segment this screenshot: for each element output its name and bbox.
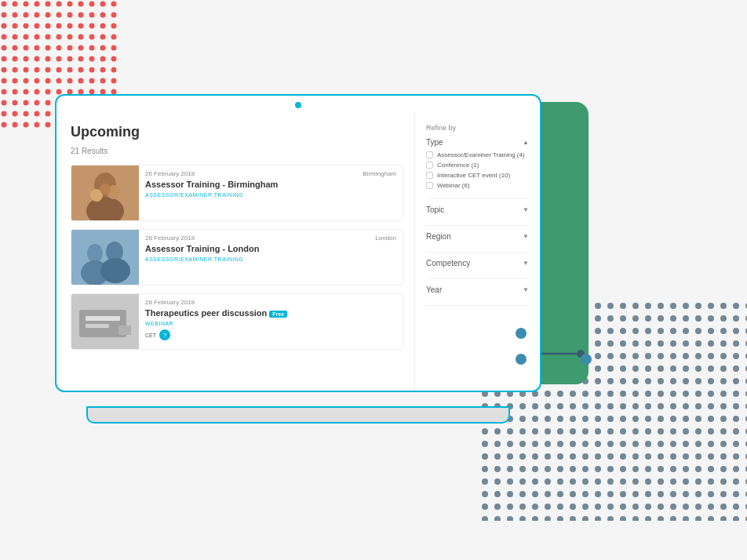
event-category-3: WEBINAR: [145, 321, 396, 326]
event-card-3[interactable]: 28 February 2018 Therapeutics peer discu…: [71, 293, 403, 350]
filter-type-label: Type: [426, 138, 443, 147]
checkbox-assessor[interactable]: [426, 151, 433, 158]
filter-region-label: Region: [426, 232, 451, 241]
filter-topic-section: Topic ▼: [426, 205, 529, 226]
event-badges-3: CET ?: [145, 329, 396, 340]
upcoming-title: Upcoming: [71, 124, 403, 140]
connector-dot-1: [516, 328, 527, 339]
refine-title: Refine by: [426, 124, 529, 132]
chevron-up-icon: ▲: [523, 139, 529, 146]
free-badge: Free: [269, 311, 287, 318]
filter-option-conference[interactable]: Conference (1): [426, 162, 529, 169]
filter-type-header[interactable]: Type ▲: [426, 138, 529, 147]
event-details-3: 28 February 2018 Therapeutics peer discu…: [139, 294, 403, 349]
filter-year-section: Year ▼: [426, 285, 529, 306]
event-title-3: Therapeutics peer discussion Free: [145, 308, 396, 318]
event-category-1: ASSESSOR/EXAMINER TRAINING: [145, 192, 396, 198]
connector-dot-2: [516, 354, 527, 365]
laptop-device: Upcoming 21 Results: [55, 94, 588, 424]
event-location-1: Birmingham: [363, 170, 396, 177]
event-image-2: [71, 230, 139, 285]
results-count: 21 Results: [71, 147, 403, 155]
option-label-cet: Interactive CET event (10): [437, 172, 510, 179]
connector-dot-3: [581, 354, 592, 365]
event-date-2: 28 February 2018: [145, 235, 195, 242]
checkbox-conference[interactable]: [426, 162, 433, 169]
svg-rect-20: [86, 316, 120, 321]
filter-option-cet[interactable]: Interactive CET event (10): [426, 172, 529, 179]
filter-option-webinar[interactable]: Webinar (6): [426, 182, 529, 189]
event-details-1: 26 February 2018 Birmingham Assessor Tra…: [139, 165, 403, 220]
option-label-conference: Conference (1): [437, 162, 479, 169]
event-image-1: [71, 165, 139, 220]
filter-option-assessor[interactable]: Assessor/Examiner Training (4): [426, 151, 529, 158]
filter-competency-header[interactable]: Competency ▼: [426, 259, 529, 267]
svg-point-14: [87, 244, 103, 263]
events-panel: Upcoming 21 Results: [56, 111, 414, 391]
event-details-2: 28 February 2018 London Assessor Trainin…: [139, 230, 403, 285]
filter-year-header[interactable]: Year ▼: [426, 285, 529, 294]
cet-count: ?: [159, 329, 170, 340]
event-image-3: [71, 294, 139, 349]
filter-type-section: Type ▲ Assessor/Examiner Training (4) Co…: [426, 138, 529, 199]
cet-label: CET: [145, 333, 156, 338]
event-card-1[interactable]: 26 February 2018 Birmingham Assessor Tra…: [71, 165, 403, 221]
chevron-down-icon-region: ▼: [523, 233, 529, 240]
event-location-2: London: [375, 235, 396, 242]
screen-content: Upcoming 21 Results: [56, 96, 540, 391]
filter-competency-label: Competency: [426, 259, 470, 267]
filter-region-section: Region ▼: [426, 232, 529, 253]
laptop-base: [86, 406, 510, 424]
filter-topic-header[interactable]: Topic ▼: [426, 205, 529, 214]
chevron-down-icon-competency: ▼: [523, 260, 529, 267]
svg-rect-22: [118, 325, 131, 335]
event-date-1: 26 February 2018: [145, 170, 195, 177]
filter-region-header[interactable]: Region ▼: [426, 232, 529, 241]
event-date-3: 28 February 2018: [145, 299, 195, 306]
svg-rect-21: [86, 324, 109, 328]
camera-dot: [295, 102, 301, 108]
chevron-down-icon-year: ▼: [523, 286, 529, 293]
filter-topic-label: Topic: [426, 205, 444, 214]
option-label-webinar: Webinar (6): [437, 182, 470, 189]
event-category-2: ASSESSOR/EXAMINER TRAINING: [145, 256, 396, 262]
option-label-assessor: Assessor/Examiner Training (4): [437, 151, 525, 158]
filters-panel: Refine by Type ▲ Assessor/Examiner Train…: [414, 111, 540, 391]
svg-point-12: [100, 184, 111, 195]
checkbox-cet[interactable]: [426, 172, 433, 179]
svg-point-17: [100, 258, 130, 283]
event-card-2[interactable]: 28 February 2018 London Assessor Trainin…: [71, 229, 403, 285]
chevron-down-icon-topic: ▼: [523, 206, 529, 213]
event-title-1: Assessor Training - Birmingham: [145, 180, 396, 189]
filter-competency-section: Competency ▼: [426, 259, 529, 279]
laptop-screen: Upcoming 21 Results: [55, 94, 541, 392]
event-title-2: Assessor Training - London: [145, 244, 396, 253]
checkbox-webinar[interactable]: [426, 182, 433, 189]
filter-year-label: Year: [426, 285, 442, 294]
